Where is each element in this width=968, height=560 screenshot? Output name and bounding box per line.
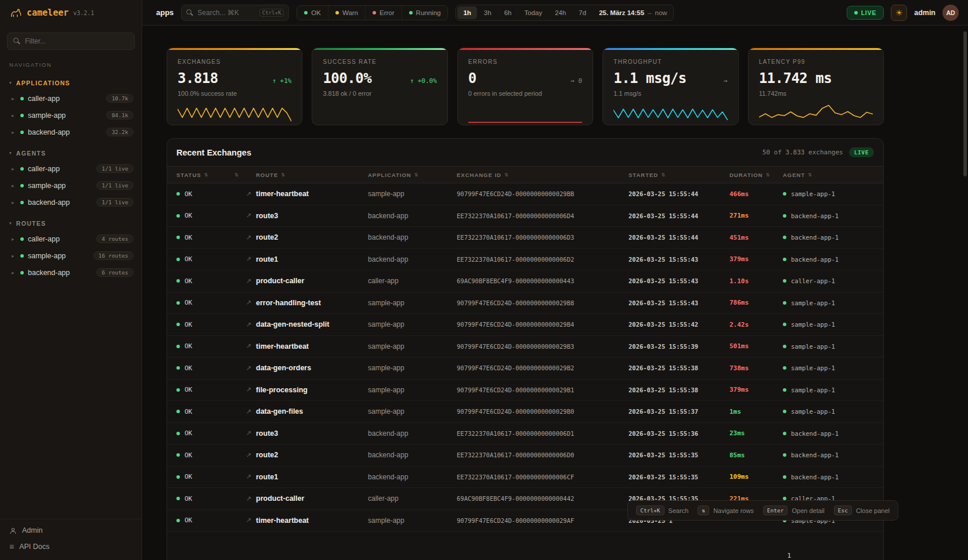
table-row[interactable]: OK ↗ file-processing sample-app 90799F47…	[167, 380, 883, 402]
route-name[interactable]: timer-heartbeat	[256, 342, 368, 351]
column-label: STARTED	[629, 172, 658, 178]
route-name[interactable]: timer-heartbeat	[256, 516, 368, 525]
time-range-button[interactable]: 6h	[499, 6, 518, 19]
table-row[interactable]: OK ↗ route2 backend-app EE7322370A10617-…	[167, 227, 883, 249]
time-range-button[interactable]: Today	[518, 6, 548, 19]
main-area: apps Search... ⌘K Ctrl+K OK Warn	[142, 0, 968, 560]
api-docs-link[interactable]: ≡ API Docs	[9, 543, 132, 551]
table-row[interactable]: OK ↗ product-caller caller-app 69AC90BF8…	[167, 270, 883, 292]
open-exchange-icon[interactable]: ↗	[232, 473, 256, 480]
sidebar-item[interactable]: ▸ caller-app 4 routes	[0, 230, 142, 247]
section-header-routes[interactable]: ▾ ROUTES	[0, 218, 142, 230]
route-name[interactable]: route3	[256, 212, 368, 220]
route-name[interactable]: error-handling-test	[256, 299, 368, 307]
route-name[interactable]: timer-heartbeat	[256, 190, 368, 198]
route-name[interactable]: route2	[256, 451, 368, 459]
open-exchange-icon[interactable]: ↗	[232, 342, 256, 350]
sidebar-item[interactable]: ▸ caller-app 1/1 live	[0, 160, 142, 177]
open-exchange-icon[interactable]: ↗	[232, 212, 256, 219]
panel-title: Recent Exchanges	[176, 148, 251, 157]
status-filter-button[interactable]: OK	[297, 6, 328, 20]
time-range-button[interactable]: 24h	[549, 6, 572, 19]
sidebar-item-label: backend-app	[28, 128, 70, 136]
time-range-button[interactable]: 1h	[457, 6, 476, 19]
open-exchange-icon[interactable]: ↗	[232, 234, 256, 241]
keyboard-hint: Ctrl+K Search	[636, 505, 688, 515]
now-button[interactable]: now	[655, 9, 667, 16]
sidebar-item[interactable]: ▸ backend-app 6 routes	[0, 264, 142, 281]
open-exchange-icon[interactable]: ↗	[232, 255, 256, 263]
table-row[interactable]: OK ↗ route1 backend-app EE7322370A10617-…	[167, 249, 883, 271]
scrollbar-thumb[interactable]	[963, 31, 967, 176]
open-exchange-icon[interactable]: ↗	[232, 299, 256, 306]
route-name[interactable]: route1	[256, 255, 368, 263]
open-exchange-icon[interactable]: ↗	[232, 451, 256, 459]
table-row[interactable]: OK ↗ timer-heartbeat sample-app 90799F47…	[167, 336, 883, 358]
column-header[interactable]: AGENT ⇅	[783, 172, 874, 178]
sidebar-filter[interactable]	[7, 32, 135, 50]
table-row[interactable]: OK ↗ data-gen-nested-split sample-app 90…	[167, 314, 883, 336]
table-row[interactable]: OK ↗ route1 backend-app EE7322370A10617-…	[167, 467, 883, 489]
section-header-applications[interactable]: ▾ APPLICATIONS	[0, 77, 142, 90]
time-range-button[interactable]: 7d	[573, 6, 592, 19]
card-accent-bar	[312, 48, 447, 50]
status-filter-button[interactable]: Error	[365, 6, 402, 20]
open-exchange-icon[interactable]: ↗	[232, 190, 256, 198]
route-name[interactable]: route2	[256, 233, 368, 241]
live-toggle[interactable]: LIVE	[847, 6, 884, 20]
section-header-agents[interactable]: ▾ AGENTS	[0, 147, 142, 160]
status-filter-button[interactable]: Warn	[328, 6, 365, 20]
open-exchange-icon[interactable]: ↗	[232, 516, 256, 524]
sidebar-item[interactable]: ▸ caller-app 10.7k	[0, 90, 142, 107]
column-header[interactable]: APPLICATION ⇅	[368, 172, 457, 178]
open-exchange-icon[interactable]: ↗	[232, 277, 256, 285]
hint-label: Close panel	[856, 507, 890, 514]
admin-link[interactable]: Admin	[9, 526, 132, 534]
open-exchange-icon[interactable]: ↗	[232, 495, 256, 503]
route-name[interactable]: product-caller	[256, 494, 368, 503]
route-name[interactable]: file-processing	[256, 386, 368, 394]
agent-name: backend-app-1	[791, 451, 839, 458]
column-header[interactable]: DURATION ⇅	[729, 172, 783, 178]
global-search-input[interactable]: Search... ⌘K Ctrl+K	[181, 5, 289, 21]
open-exchange-icon[interactable]: ↗	[232, 408, 256, 416]
avatar[interactable]: AD	[942, 5, 959, 21]
open-exchange-icon[interactable]: ↗	[232, 321, 256, 328]
filter-input[interactable]	[25, 37, 128, 45]
open-exchange-icon[interactable]: ↗	[232, 364, 256, 372]
column-header[interactable]: EXCHANGE ID ⇅	[457, 172, 629, 178]
column-header[interactable]: ROUTE ⇅	[256, 172, 368, 178]
sidebar-item[interactable]: ▸ sample-app 1/1 live	[0, 177, 142, 194]
table-row[interactable]: OK ↗ route3 backend-app EE7322370A10617-…	[167, 205, 883, 227]
column-header[interactable]: ⇅	[232, 172, 256, 178]
column-header[interactable]: STATUS ⇅	[176, 172, 232, 178]
table-row[interactable]: OK ↗ route2 backend-app EE7322370A10617-…	[167, 445, 883, 467]
time-range-button[interactable]: 3h	[478, 6, 497, 19]
route-name[interactable]: data-gen-orders	[256, 364, 368, 372]
open-exchange-icon[interactable]: ↗	[232, 429, 256, 437]
card-accent-bar	[603, 48, 738, 50]
chevron-down-icon: ▾	[9, 81, 12, 85]
table-row[interactable]: OK ↗ data-gen-files sample-app 90799F47E…	[167, 401, 883, 423]
route-name[interactable]: route3	[256, 429, 368, 438]
sidebar-item[interactable]: ▸ sample-app 84.1k	[0, 107, 142, 124]
column-header[interactable]: STARTED ⇅	[629, 172, 729, 178]
route-name[interactable]: route1	[256, 473, 368, 481]
sidebar-item[interactable]: ▸ sample-app 16 routes	[0, 247, 142, 264]
table-row[interactable]: OK ↗ data-gen-orders sample-app 90799F47…	[167, 357, 883, 380]
sidebar-item[interactable]: ▸ backend-app 1/1 live	[0, 194, 142, 211]
open-exchange-icon[interactable]: ↗	[232, 386, 256, 393]
sidebar-item[interactable]: ▸ backend-app 32.2k	[0, 124, 142, 140]
agent-cell: backend-app-1	[783, 256, 874, 263]
status-filter-button[interactable]: Running	[402, 6, 448, 20]
route-name[interactable]: data-gen-nested-split	[256, 320, 368, 328]
scrollbar-track[interactable]	[963, 28, 967, 558]
theme-toggle-button[interactable]: ☀	[891, 5, 907, 21]
status-cell: OK	[176, 364, 232, 372]
route-name[interactable]: data-gen-files	[256, 407, 368, 416]
table-row[interactable]: OK ↗ error-handling-test sample-app 9079…	[167, 292, 883, 315]
table-row[interactable]: OK ↗ route3 backend-app EE7322370A10617-…	[167, 423, 883, 445]
route-name[interactable]: product-caller	[256, 277, 368, 285]
table-row[interactable]: OK ↗ timer-heartbeat sample-app 90799F47…	[167, 183, 883, 205]
live-badge[interactable]: LIVE	[849, 147, 874, 157]
